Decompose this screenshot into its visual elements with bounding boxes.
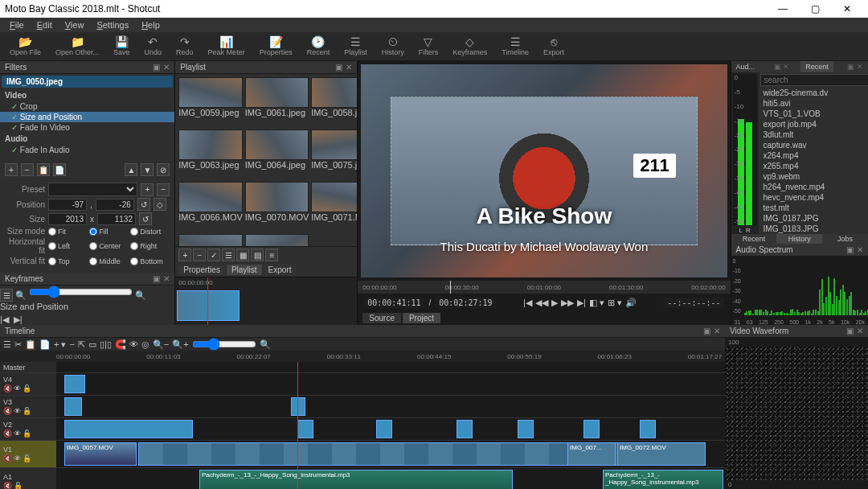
preset-select[interactable] [48,183,137,196]
track-v1-label[interactable]: V1 [3,446,53,454]
playlist-thumb[interactable] [311,129,357,160]
hfit-right-radio[interactable] [130,242,138,250]
track-v4-label[interactable]: V4 [3,376,53,384]
track-a1-label[interactable]: A1 [3,473,53,481]
track-mute-icon[interactable]: 🔇 [3,384,12,392]
preset-remove-button[interactable]: − [157,183,170,196]
tl-overwrite-button[interactable]: ▭ [88,339,96,350]
filter-moveup-button[interactable]: ▲ [125,163,137,176]
tl-scrub-button[interactable]: 👁 [129,339,138,349]
timeline-clip[interactable] [138,442,701,466]
menu-settings[interactable]: Settings [92,20,133,30]
save-button[interactable]: 💾Save [107,35,137,58]
kf-next-button[interactable]: ▶| [14,314,23,325]
tl-zoomin-button[interactable]: 🔍+ [172,339,188,350]
close-button[interactable]: ✕ [831,3,863,14]
zoom-dropdown[interactable]: ⊞ ▾ [608,298,622,308]
recent-item[interactable]: IMG_0183.JPG [762,224,865,234]
maximize-button[interactable]: ▢ [799,3,831,14]
playlist-thumb[interactable] [245,77,309,108]
minimize-button[interactable]: — [767,3,799,14]
tl-split-button[interactable]: ▯|▯ [100,339,112,350]
pl-remove-button[interactable]: − [193,249,206,261]
timeline-clip[interactable] [457,420,473,438]
playlist-thumb[interactable] [178,182,242,212]
recent-item[interactable]: VTS_01_1.VOB [762,109,865,119]
timeline-clip-audio[interactable]: Pachyderm_-_13_-_Happy_Song_instrumental… [603,470,723,489]
tl-remove-button[interactable]: − [69,339,74,349]
track-v3-label[interactable]: V3 [3,398,53,406]
filter-add-button[interactable]: + [5,163,18,176]
hfit-center-radio[interactable] [89,242,97,250]
position-keyframe-button[interactable]: ◇ [154,198,166,211]
timeline-clip[interactable] [583,420,600,438]
timeline-ruler[interactable]: 00:00:00:0000:00:11:0300:00:22:0700:00:3… [0,351,725,362]
recent-item[interactable]: IMG_0187.JPG [762,213,865,224]
recent-item[interactable]: x264.mp4 [762,150,865,161]
timeline-clip[interactable] [297,420,313,438]
rewind-button[interactable]: ◀◀ [535,298,548,308]
properties-button[interactable]: 📝Properties [253,35,299,58]
tl-copy-button[interactable]: 📋 [25,339,36,350]
tab-playlist[interactable]: Playlist [227,265,262,275]
kf-prev-button[interactable]: |◀ [0,314,9,325]
pl-view-details-button[interactable]: ☰ [222,249,235,261]
recent-search-input[interactable] [760,74,868,86]
timeline-playhead[interactable] [297,362,298,489]
vfit-top-radio[interactable] [48,257,56,265]
filter-item-fade-in-video[interactable]: Fade In Video [0,122,174,133]
sizemode-distort-radio[interactable] [130,228,138,236]
filter-paste-button[interactable]: 📄 [53,163,66,176]
loop-button[interactable]: ◧ ▾ [589,298,604,308]
preset-add-button[interactable]: + [141,183,154,196]
position-y-input[interactable] [96,199,134,211]
filter-item-crop[interactable]: Crop [0,101,174,112]
size-w-input[interactable] [48,213,87,225]
tl-menu-button[interactable]: ☰ [3,339,11,350]
tl-cut-button[interactable]: ✂ [14,339,22,350]
open-file-button[interactable]: 📂Open File [3,35,47,58]
tl-zoomfit-button[interactable]: 🔍 [260,339,271,350]
playlist-thumb[interactable] [245,234,309,246]
timeline-clip[interactable] [376,420,392,438]
playlist-button[interactable]: ☰Playlist [338,35,374,58]
playlist-thumb[interactable] [178,77,242,108]
tab-source[interactable]: Source [362,313,401,323]
track-lock-icon[interactable]: 🔓 [23,384,31,392]
fastfwd-button[interactable]: ▶▶ [561,298,574,308]
tab-recent-2[interactable]: Recent [731,234,777,244]
kf-zoom-slider[interactable] [29,286,133,298]
tl-append-button[interactable]: + ▾ [54,339,66,350]
menu-file[interactable]: File [5,20,29,30]
recent-item[interactable]: wide25-cinema.dv [762,88,865,98]
skip-end-button[interactable]: ▶| [577,298,586,308]
panel-close-icon[interactable]: ✕ [163,274,170,283]
timeline-clip[interactable] [64,375,85,393]
filter-copy-button[interactable]: 📋 [37,163,50,176]
timeline-clip[interactable] [64,420,193,438]
recent-button[interactable]: 🕑Recent [301,35,337,58]
timeline-clip[interactable] [291,397,305,416]
kf-playhead[interactable] [207,277,208,325]
timeline-clip[interactable]: IMG_0057.MOV [64,442,137,466]
tab-audio-meter[interactable]: Aud... [731,61,760,72]
pl-update-button[interactable]: ✓ [207,249,220,261]
tl-zoom-slider[interactable] [192,338,256,351]
filter-item-size-position[interactable]: Size and Position [0,112,174,122]
history-button[interactable]: ⏲History [375,35,411,58]
pl-view-tiles-button[interactable]: ▦ [236,249,249,261]
tab-jobs[interactable]: Jobs [822,234,868,244]
recent-item[interactable]: h264_nvenc.mp4 [762,182,865,192]
filter-movedown-button[interactable]: ▼ [141,163,154,176]
tl-ripple-button[interactable]: ◎ [141,339,149,350]
export-button[interactable]: ⎋Export [537,35,571,58]
preview-ruler[interactable]: 00:00:00:0000:00:30:0000:01:00:0000:01:3… [358,281,730,294]
kf-clip[interactable] [177,290,240,321]
skip-start-button[interactable]: |◀ [523,298,532,308]
playlist-thumb[interactable] [245,182,309,212]
tl-lift-button[interactable]: ⇱ [78,339,85,350]
tl-snap-button[interactable]: 🧲 [115,339,126,350]
panel-undock-icon[interactable]: ▣ [335,63,342,72]
keyframes-button[interactable]: ◇Keyframes [446,35,493,58]
panel-close-icon[interactable]: ✕ [346,63,352,72]
